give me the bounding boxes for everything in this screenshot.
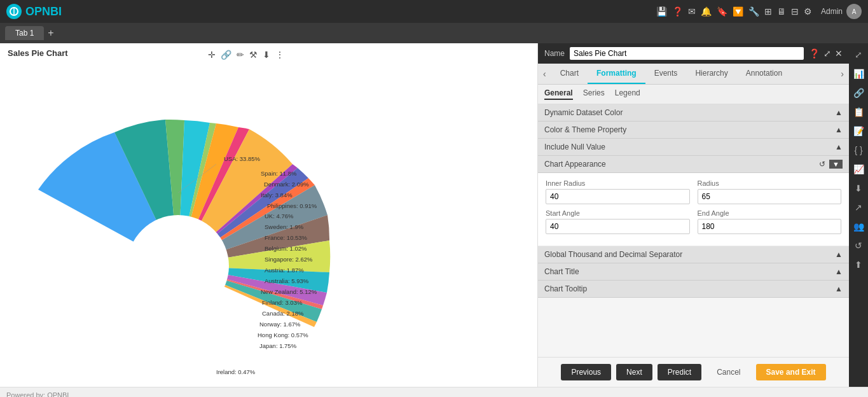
rs-group-icon[interactable]: 👥 (851, 218, 867, 235)
cancel-button[interactable]: Cancel (706, 364, 750, 380)
topbar: OPNBI 💾 ❓ ✉ 🔔 🔖 🔽 🔧 ⊞ 🖥 ⊟ ⚙ Admin A (0, 0, 868, 23)
tab-chart[interactable]: Chart (551, 64, 588, 84)
download-icon[interactable]: ⬇ (263, 50, 270, 60)
save-exit-button[interactable]: Save and Exit (756, 364, 826, 380)
tab-formatting[interactable]: Formatting (588, 64, 645, 84)
section-null-label: Include Null Value (544, 143, 605, 151)
chart-appearance-label: Chart Appearance (544, 160, 606, 169)
refresh-icon[interactable]: ↺ (819, 160, 825, 169)
chevron-tooltip: ▲ (835, 284, 843, 293)
tab-events[interactable]: Events (645, 64, 687, 84)
bookmark-icon[interactable]: 🔖 (717, 6, 727, 17)
footer-text: Powered by: OPNBI (6, 391, 69, 398)
rs-connect-icon[interactable]: 🔗 (851, 84, 867, 102)
label-uk: UK: 4.76% (265, 212, 294, 219)
rs-share-icon[interactable]: ↗ (852, 198, 865, 216)
tab-hierarchy[interactable]: Hierarchy (686, 64, 736, 84)
chevron-dynamic: ▲ (835, 108, 843, 117)
resize-icon[interactable]: ⤢ (823, 48, 831, 59)
more-icon[interactable]: ⋮ (275, 50, 284, 60)
section-chart-tooltip[interactable]: Chart Tooltip ▲ (538, 281, 849, 298)
section-chart-title[interactable]: Chart Title ▲ (538, 263, 849, 281)
help2-icon[interactable]: ❓ (809, 48, 820, 59)
tab-annotation[interactable]: Annotation (737, 64, 791, 84)
inner-radius-label: Inner Radius (546, 179, 690, 187)
sub-tab-legend[interactable]: Legend (615, 88, 640, 100)
label-italy: Italy: 3.84% (261, 192, 293, 198)
chart-appearance-header[interactable]: Chart Appearance ↺ ▼ (538, 156, 849, 173)
settings2-icon[interactable]: ⚒ (249, 50, 258, 60)
tab-1[interactable]: Tab 1 (5, 26, 44, 40)
monitor-icon[interactable]: 🖥 (777, 6, 786, 17)
layout-icon[interactable]: ⊟ (791, 6, 799, 17)
angle-row: Start Angle End Angle (546, 209, 841, 234)
radius-label: Radius (698, 179, 842, 187)
end-angle-input[interactable] (698, 219, 842, 234)
chart-name-input[interactable] (570, 47, 804, 60)
panel-content: Dynamic Dataset Color ▲ Color & Theme Pr… (538, 104, 849, 357)
avatar: A (846, 4, 862, 19)
inner-radius-input[interactable] (546, 189, 690, 204)
collapse-icon[interactable]: ▼ (829, 160, 843, 169)
section-global-separator[interactable]: Global Thousand and Decimal Separator ▲ (538, 246, 849, 263)
section-tooltip-label: Chart Tooltip (544, 284, 587, 293)
svg-point-2 (127, 215, 229, 317)
section-color-label: Color & Theme Property (544, 125, 626, 134)
chart-title: Sales Pie Chart (8, 48, 68, 58)
logo-icon (6, 4, 22, 19)
rs-code-icon[interactable]: { } (851, 141, 865, 159)
bell-icon[interactable]: 🔔 (701, 6, 712, 17)
tab-nav-prev[interactable]: ‹ (538, 65, 551, 83)
chevron-global: ▲ (835, 250, 843, 259)
grid-icon[interactable]: ⊞ (764, 6, 772, 17)
edit-icon[interactable]: ✏ (237, 50, 244, 60)
label-hongkong: Hong Kong: 0.57% (258, 331, 308, 338)
help-icon[interactable]: ❓ (672, 6, 683, 17)
filter-icon[interactable]: 🔽 (733, 6, 743, 17)
rs-chart-icon[interactable]: 📊 (851, 65, 867, 83)
tab-add-button[interactable]: + (48, 27, 53, 39)
rs-bar-icon[interactable]: 📈 (851, 160, 867, 178)
next-button[interactable]: Next (616, 364, 652, 380)
tab-nav-next[interactable]: › (836, 65, 849, 83)
tabbar: Tab 1 + (0, 23, 868, 43)
footer: Powered by: OPNBI (0, 387, 868, 397)
panel-tabs: ‹ Chart Formatting Events Hierarchy Anno… (538, 64, 849, 85)
tools-icon[interactable]: 🔧 (748, 6, 759, 17)
rs-data-icon[interactable]: 📋 (851, 103, 867, 121)
rs-download2-icon[interactable]: ⬇ (852, 179, 865, 197)
topbar-right: 💾 ❓ ✉ 🔔 🔖 🔽 🔧 ⊞ 🖥 ⊟ ⚙ Admin A (656, 4, 862, 19)
start-angle-group: Start Angle (546, 209, 690, 234)
label-australia: Australia: 5.93% (265, 277, 309, 284)
section-dynamic-dataset[interactable]: Dynamic Dataset Color ▲ (538, 104, 849, 122)
rs-note-icon[interactable]: 📝 (851, 122, 867, 140)
chart-svg: USA: 33.85% Spain: 11.8% Denmark: 2.09% … (0, 62, 407, 387)
label-france: France: 10.53% (265, 234, 308, 241)
name-label: Name (544, 49, 565, 58)
rs-refresh-icon[interactable]: ↺ (852, 237, 865, 254)
link-icon[interactable]: 🔗 (221, 50, 231, 60)
chevron-null: ▲ (835, 143, 843, 151)
rs-export-icon[interactable]: ⬆ (852, 256, 865, 274)
save-icon[interactable]: 💾 (656, 6, 667, 17)
sub-tab-series[interactable]: Series (583, 88, 605, 100)
section-color-theme[interactable]: Color & Theme Property ▲ (538, 122, 849, 139)
chart-toolbar: ✛ 🔗 ✏ ⚒ ⬇ ⋮ (203, 47, 289, 62)
mail-icon[interactable]: ✉ (688, 6, 696, 17)
previous-button[interactable]: Previous (561, 364, 611, 380)
close-icon[interactable]: ✕ (835, 48, 843, 59)
radius-group: Radius (698, 179, 842, 204)
start-angle-label: Start Angle (546, 209, 690, 217)
label-ireland: Ireland: 0.47% (216, 368, 256, 375)
predict-button[interactable]: Predict (658, 364, 701, 380)
settings-icon[interactable]: ⚙ (804, 6, 812, 17)
radius-input[interactable] (698, 189, 842, 204)
panel-header: Name ❓ ⤢ ✕ (538, 43, 849, 64)
move-icon[interactable]: ✛ (208, 50, 216, 60)
sub-tab-general[interactable]: General (544, 88, 573, 100)
label-japan: Japan: 1.75% (259, 342, 297, 349)
section-null-value[interactable]: Include Null Value ▲ (538, 139, 849, 156)
chart-appearance-icons: ↺ ▼ (819, 160, 843, 169)
start-angle-input[interactable] (546, 219, 690, 234)
rs-expand-icon[interactable]: ⤢ (852, 46, 865, 64)
